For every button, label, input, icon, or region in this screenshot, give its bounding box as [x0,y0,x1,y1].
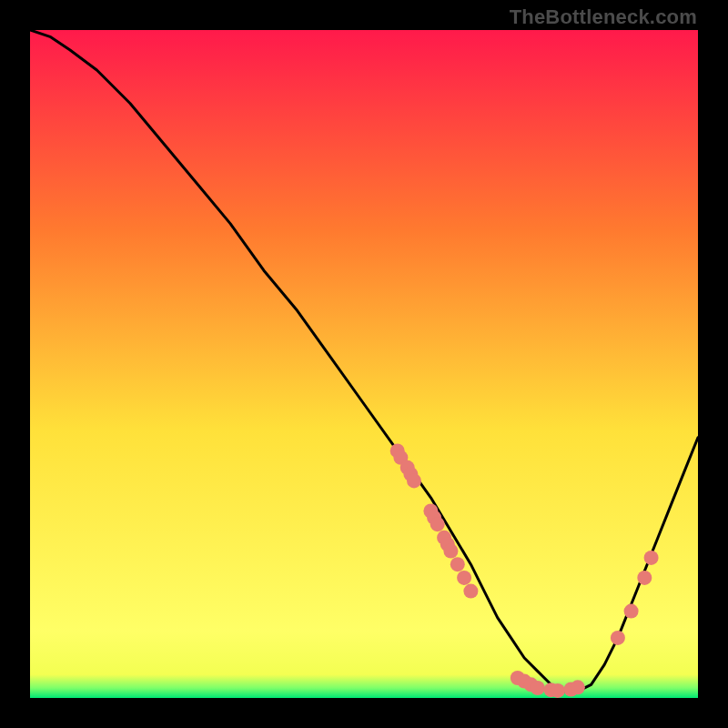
data-point-marker [624,604,639,619]
data-point-marker [457,571,471,585]
bottleneck-chart [30,30,698,698]
data-point-marker [450,557,465,571]
data-point-marker [611,631,625,645]
chart-frame [30,30,698,698]
data-point-marker [407,473,421,488]
data-point-marker [430,517,445,531]
data-point-marker [463,584,478,599]
data-point-marker [551,683,565,698]
data-point-marker [531,681,545,695]
data-point-marker [644,551,659,565]
chart-background [30,30,698,698]
data-point-marker [571,680,585,694]
watermark-label: TheBottleneck.com [510,5,697,29]
data-point-marker [443,544,458,559]
data-point-marker [637,571,652,585]
